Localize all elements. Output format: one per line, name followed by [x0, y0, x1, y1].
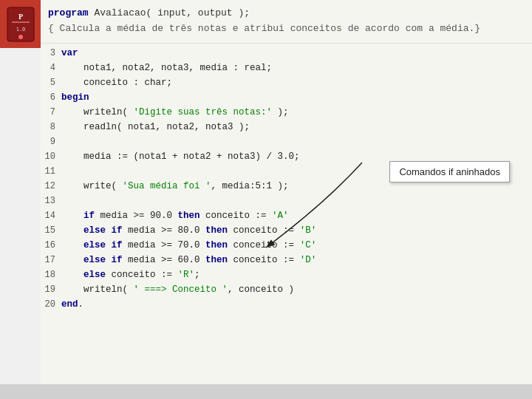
code-line-5: 5 conceito : char;	[41, 76, 532, 91]
logo-area: P 1.0	[0, 0, 41, 48]
line-number-19: 19	[41, 283, 61, 297]
line-number-14: 14	[41, 209, 61, 223]
code-line-19: 19 writeln( ' ===> Conceito ', conceito …	[41, 283, 532, 298]
code-line-7: 7 writeln( 'Digite suas três notas:' );	[41, 106, 532, 120]
line-number-4: 4	[41, 61, 61, 75]
line-number-10: 10	[41, 150, 61, 164]
tooltip-text: Comandos if aninhados	[399, 166, 500, 177]
code-header: program Avaliacao( input, output ); { Ca…	[41, 0, 532, 44]
line-content-16: else if media >= 70.0 then conceito := '…	[61, 239, 532, 253]
code-line-8: 8 readln( nota1, nota2, nota3 );	[41, 120, 532, 135]
line-content-13	[61, 194, 532, 208]
line-content-19: writeln( ' ===> Conceito ', conceito )	[61, 283, 532, 297]
line-content-17: else if media >= 60.0 then conceito := '…	[61, 253, 532, 267]
header-line2: { Calcula a média de três notas e atribu…	[48, 21, 525, 37]
line-content-14: if media >= 90.0 then conceito := 'A'	[61, 209, 532, 223]
code-line-20: 20 end.	[41, 298, 532, 313]
svg-point-4	[18, 35, 23, 39]
code-line-4: 4 nota1, nota2, nota3, media : real;	[41, 61, 532, 76]
line-number-15: 15	[41, 224, 61, 238]
code-line-15: 15 else if media >= 80.0 then conceito :…	[41, 224, 532, 239]
code-area: program Avaliacao( input, output ); { Ca…	[41, 0, 532, 384]
line-number-3: 3	[41, 47, 61, 61]
line-content-4: nota1, nota2, nota3, media : real;	[61, 61, 532, 75]
code-line-13: 13	[41, 194, 532, 209]
code-line-14: 14 if media >= 90.0 then conceito := 'A'	[41, 209, 532, 224]
line-content-20: end.	[61, 298, 532, 312]
line-content-7: writeln( 'Digite suas três notas:' );	[61, 106, 532, 120]
line-content-3: var	[61, 47, 532, 61]
line-number-9: 9	[41, 135, 61, 149]
line-number-8: 8	[41, 120, 61, 134]
line-number-7: 7	[41, 106, 61, 120]
tooltip-box: Comandos if aninhados	[389, 161, 510, 183]
line-number-5: 5	[41, 76, 61, 90]
line-content-5: conceito : char;	[61, 76, 532, 90]
bottom-bar	[0, 384, 532, 399]
line-number-20: 20	[41, 298, 61, 312]
line-number-6: 6	[41, 91, 61, 105]
line-content-9	[61, 135, 532, 149]
line-number-12: 12	[41, 180, 61, 194]
code-line-3: 3 var	[41, 47, 532, 61]
line-content-6: begin	[61, 91, 532, 105]
line-number-13: 13	[41, 194, 61, 208]
line-content-15: else if media >= 80.0 then conceito := '…	[61, 224, 532, 238]
line-content-18: else conceito := 'R';	[61, 268, 532, 282]
svg-text:1.0: 1.0	[16, 27, 25, 33]
line-number-18: 18	[41, 268, 61, 282]
line-number-17: 17	[41, 253, 61, 267]
code-line-6: 6 begin	[41, 91, 532, 106]
header-line1: program Avaliacao( input, output );	[48, 6, 525, 21]
svg-text:P: P	[18, 13, 22, 21]
line-number-11: 11	[41, 165, 61, 179]
code-line-18: 18 else conceito := 'R';	[41, 268, 532, 283]
line-content-8: readln( nota1, nota2, nota3 );	[61, 120, 532, 134]
code-line-16: 16 else if media >= 70.0 then conceito :…	[41, 239, 532, 253]
code-line-17: 17 else if media >= 60.0 then conceito :…	[41, 253, 532, 268]
pascal-logo-icon: P 1.0	[6, 6, 35, 43]
line-number-16: 16	[41, 239, 61, 253]
main-container: P 1.0 program Avaliacao( input, output )…	[0, 0, 532, 399]
code-line-9: 9	[41, 135, 532, 150]
